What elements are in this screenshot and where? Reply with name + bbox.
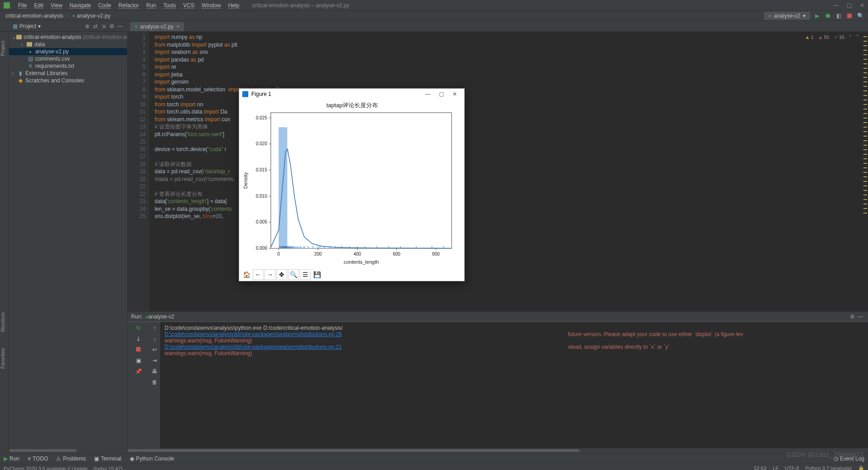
chevron-down-icon[interactable]: ▾ [38, 23, 41, 29]
forward-icon[interactable]: → [264, 269, 275, 280]
run-primary-toolbar: ↻ ⤓ ▣ 📌 [127, 322, 149, 448]
save-figure-icon[interactable]: 💾 [311, 269, 322, 280]
python-console-icon: ◉ [130, 456, 134, 462]
side-tab-structure[interactable]: Structure [0, 312, 5, 332]
tree-external-libraries[interactable]: ›▮ External Libraries [9, 70, 127, 77]
figure-title-bar[interactable]: 🟦 Figure 1 — ▢ ✕ [239, 89, 464, 99]
python-interpreter[interactable]: Python 3.7 (analysis) [805, 465, 852, 470]
back-icon[interactable]: ← [253, 269, 264, 280]
menu-refactor[interactable]: Refactor [115, 2, 142, 9]
title-bar: File Edit View Navigate Code Refactor Ru… [0, 0, 868, 11]
tree-file-analyse[interactable]: ● analyse-v2.py [9, 48, 127, 55]
run-icon[interactable]: ⤓ [136, 336, 141, 342]
breadcrumb-file[interactable]: analyse-v2.py [75, 13, 112, 19]
figure-canvas: 02004006008000.0000.0050.0100.0150.0200.… [239, 99, 464, 268]
menu-edit[interactable]: Edit [30, 2, 47, 9]
project-tree[interactable]: ⌄ critical-emotion-analysis [critical-em… [9, 32, 127, 86]
console-output[interactable]: D:\code\conda\envs\analysis\python.exe D… [160, 322, 868, 448]
scroll-to-end-icon[interactable]: ⇥ [152, 357, 157, 364]
run-label: Run: [131, 313, 142, 320]
soft-wrap-icon[interactable]: ↩ [152, 347, 157, 353]
figure-close-icon[interactable]: ✕ [448, 91, 462, 97]
window-maximize-icon[interactable]: ▢ [847, 2, 852, 9]
menu-tools[interactable]: Tools [160, 2, 179, 9]
run-with-coverage-icon[interactable]: ◧ [835, 12, 843, 20]
project-horizontal-scrollbar[interactable] [9, 448, 127, 453]
stop-button-icon[interactable] [845, 12, 854, 20]
file-encoding[interactable]: UTF-8 [785, 465, 799, 470]
tree-project-root[interactable]: ⌄ critical-emotion-analysis [critical-em… [9, 33, 127, 41]
svg-text:0.015: 0.015 [256, 167, 267, 172]
editor-tab[interactable]: ● analyse-v2.py × [130, 22, 184, 31]
line-separator[interactable]: LF [773, 465, 778, 470]
home-icon[interactable]: 🏠 [241, 269, 252, 280]
layout-icon[interactable]: ▣ [136, 357, 141, 364]
line-number-gutter: 1234567891011121314151617181920212223242… [127, 32, 149, 312]
down-icon[interactable]: ↓ [153, 336, 156, 342]
print-icon[interactable]: 🖶 [152, 368, 157, 375]
settings-gear-icon[interactable]: ⚙ [848, 313, 856, 321]
svg-rect-6 [322, 248, 330, 249]
menu-vcs[interactable]: VCS [179, 2, 198, 9]
side-tab-project[interactable]: Project [0, 41, 5, 56]
menu-code[interactable]: Code [94, 2, 115, 9]
bottom-tool-run[interactable]: ▶Run [4, 456, 19, 462]
search-everywhere-icon[interactable]: 🔍 [856, 12, 864, 20]
collapse-all-icon[interactable]: ⇲ [99, 22, 108, 30]
bottom-tool-todo[interactable]: ≡TODO [28, 456, 48, 462]
run-button-icon[interactable]: ▶ [813, 12, 821, 20]
settings-gear-icon[interactable]: ⚙ [108, 22, 116, 30]
window-minimize-icon[interactable]: — [833, 2, 839, 9]
status-update-notice[interactable]: PyCharm 2020.3.5 available // Update... … [4, 466, 123, 470]
project-tool-label[interactable]: Project [19, 23, 36, 29]
menu-navigate[interactable]: Navigate [66, 2, 94, 9]
library-icon: ▮ [17, 70, 24, 76]
scratches-icon: ◆ [17, 77, 24, 84]
console-horizontal-scrollbar[interactable] [127, 448, 868, 453]
lock-icon[interactable]: 🔒 [858, 465, 864, 470]
stop-icon[interactable] [136, 347, 141, 353]
figure-minimize-icon[interactable]: — [421, 91, 434, 97]
error-stripe[interactable] [863, 32, 868, 312]
inspection-summary[interactable]: 1 91 16 ˄ ˅ [805, 34, 859, 40]
locate-file-icon[interactable]: ⊕ [83, 22, 91, 30]
menu-view[interactable]: View [47, 2, 66, 9]
side-tab-favorites[interactable]: Favorites [0, 348, 5, 369]
svg-text:0.000: 0.000 [256, 246, 267, 251]
chevron-up-icon[interactable]: ˄ [849, 34, 852, 40]
debug-button-icon[interactable]: ⬢ [824, 12, 832, 20]
menu-window[interactable]: Window [198, 2, 225, 9]
pin-icon[interactable]: 📌 [135, 368, 142, 375]
clear-icon[interactable]: 🗑 [152, 379, 157, 385]
tree-file-requirements[interactable]: ≡ requirements.txt [9, 62, 127, 70]
hide-tool-icon[interactable]: — [856, 313, 864, 321]
up-icon[interactable]: ↑ [153, 325, 156, 331]
figure-maximize-icon[interactable]: ▢ [434, 91, 448, 97]
zoom-icon[interactable]: 🔍 [288, 269, 299, 280]
hide-tool-icon[interactable]: — [116, 22, 124, 30]
error-count: 91 [818, 34, 830, 40]
chevron-down-icon[interactable]: ˅ [856, 34, 859, 40]
close-tab-icon[interactable]: × [176, 24, 179, 30]
bottom-tool-terminal[interactable]: ▣Terminal [94, 456, 121, 462]
svg-rect-4 [305, 248, 313, 248]
terminal-icon: ▣ [94, 456, 99, 462]
rerun-icon[interactable]: ↻ [136, 325, 141, 331]
figure-window[interactable]: 🟦 Figure 1 — ▢ ✕ 02004006008000.0000.005… [239, 88, 465, 281]
configure-subplots-icon[interactable]: ☰ [300, 269, 311, 280]
menu-run[interactable]: Run [142, 2, 160, 9]
menu-help[interactable]: Help [225, 2, 243, 9]
bottom-tool-python-console[interactable]: ◉Python Console [130, 456, 175, 462]
tree-file-comments[interactable]: ▤ comments.csv [9, 55, 127, 62]
tree-scratches[interactable]: ◆ Scratches and Consoles [9, 77, 127, 84]
tree-folder-data[interactable]: › data [9, 41, 127, 48]
breadcrumb-root[interactable]: critical-emotion-analysis [4, 13, 65, 19]
caret-position[interactable]: 52:63 [754, 465, 767, 470]
run-config-selector[interactable]: ● analyse-v2 ▾ [764, 12, 810, 20]
pycharm-logo-icon [4, 2, 10, 9]
window-close-icon[interactable]: ✕ [860, 2, 864, 9]
bottom-tool-problems[interactable]: ⚠Problems [56, 456, 86, 462]
menu-file[interactable]: File [14, 2, 30, 9]
pan-icon[interactable]: ✥ [276, 269, 287, 280]
expand-all-icon[interactable]: ⇄ [91, 22, 99, 30]
